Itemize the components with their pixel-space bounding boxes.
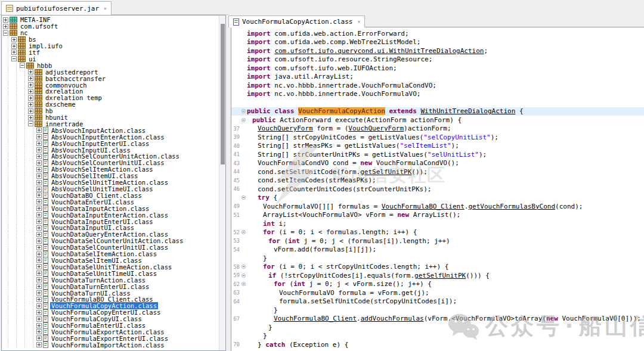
expand-icon[interactable]: [3, 24, 8, 29]
collapse-icon[interactable]: [3, 30, 8, 36]
tree-item[interactable]: AbsVouchSelUnitTimeAction.class: [3, 179, 225, 186]
expand-icon[interactable]: [36, 160, 42, 166]
fold-collapse-icon[interactable]: [240, 109, 247, 113]
jar-tab[interactable]: pubiufoiufoserver.jar ✕: [1, 1, 112, 15]
expand-icon[interactable]: [36, 128, 42, 133]
tree-item[interactable]: VouchDataSelUnitTimeAction.class: [3, 263, 225, 270]
code-link[interactable]: com.ufsoft.iufo.querycond.ui.WithUnitTre…: [274, 47, 484, 55]
tree-item[interactable]: AbsVouchSelCounterUnitUI.class: [3, 160, 225, 166]
expand-icon[interactable]: [28, 89, 33, 94]
expand-icon[interactable]: [11, 49, 17, 55]
expand-icon[interactable]: [36, 199, 42, 204]
tree-item[interactable]: VouchDataTurnUI.class: [3, 290, 225, 296]
tree-item[interactable]: commonvouch: [3, 82, 225, 88]
tree-item[interactable]: impl.iufo: [3, 43, 225, 49]
expand-icon[interactable]: [36, 141, 42, 146]
tree-scrollbar-thumb[interactable]: [221, 24, 225, 164]
tree-item[interactable]: VouchFormulaImportAction.class: [3, 341, 225, 348]
tree-item[interactable]: VouchDataBO_Client.class: [3, 192, 225, 198]
fold-collapse-icon[interactable]: [240, 274, 247, 278]
tree-item[interactable]: ui: [3, 55, 225, 62]
tree-item[interactable]: VouchDataSelItemAction.class: [3, 251, 225, 257]
tree-scrollbar[interactable]: [219, 15, 225, 350]
expand-icon[interactable]: [36, 290, 42, 296]
expand-icon[interactable]: [36, 154, 42, 159]
expand-icon[interactable]: [36, 297, 42, 302]
expand-icon[interactable]: [36, 232, 42, 237]
tree-item[interactable]: VouchDataEnterUI.class: [3, 198, 225, 205]
fold-collapse-icon[interactable]: [240, 118, 247, 122]
expand-icon[interactable]: [11, 37, 17, 42]
expand-icon[interactable]: [36, 336, 42, 341]
tree-item[interactable]: VouchDataSelCounterUnitUI.class: [3, 244, 225, 251]
code-link[interactable]: VouchFormulaBO_Client: [382, 203, 465, 210]
expand-icon[interactable]: [36, 147, 42, 153]
expand-icon[interactable]: [28, 76, 33, 81]
expand-icon[interactable]: [36, 238, 42, 244]
fold-collapse-icon[interactable]: [240, 282, 247, 286]
tree-item[interactable]: itf: [3, 49, 225, 56]
expand-icon[interactable]: [36, 206, 42, 211]
tree-item[interactable]: VouchFormulaBO_Client.class: [3, 296, 225, 303]
expand-icon[interactable]: [28, 108, 33, 114]
expand-icon[interactable]: [36, 251, 42, 257]
expand-icon[interactable]: [36, 323, 42, 328]
tree-item[interactable]: VouchDataInputAction.class: [3, 205, 225, 212]
tree-item[interactable]: VouchDataSelUnitTimeUI.class: [3, 270, 225, 277]
code-link[interactable]: VouchFormulaBO_Client: [274, 315, 357, 322]
code-link[interactable]: getSelfUnitPK: [414, 272, 466, 279]
expand-icon[interactable]: [36, 173, 42, 179]
expand-icon[interactable]: [11, 44, 17, 49]
expand-icon[interactable]: [28, 115, 33, 120]
expand-icon[interactable]: [28, 82, 33, 88]
expand-icon[interactable]: [36, 245, 42, 250]
tree-item[interactable]: VouchDataSelCounterUnitAction.class: [3, 238, 225, 244]
editor-tab[interactable]: VouchFormulaCopyAction.class ✕: [228, 15, 365, 27]
tree-item[interactable]: AbsVouchInputEnterUI.class: [3, 140, 225, 147]
expand-icon[interactable]: [36, 212, 42, 218]
code-link[interactable]: getSelfUnitPK: [360, 168, 411, 176]
expand-icon[interactable]: [36, 342, 42, 347]
tree-item[interactable]: AbsVouchSelItemUI.class: [3, 173, 225, 179]
tree-item[interactable]: VouchFormulaCopyUI.class: [3, 316, 225, 322]
tree-item[interactable]: bs: [3, 36, 225, 43]
expand-icon[interactable]: [36, 329, 42, 334]
code-editor[interactable]: import com.ufida.web.action.ErrorForward…: [231, 27, 644, 351]
tree-item[interactable]: batchacctransfer: [3, 75, 225, 82]
tree-item[interactable]: AbsVouchInputEnterAction.class: [3, 133, 225, 140]
fold-collapse-icon[interactable]: [240, 195, 247, 200]
tree-item[interactable]: AbsVouchSelUnitTimeUI.class: [3, 186, 225, 192]
expand-icon[interactable]: [36, 167, 42, 172]
code-link[interactable]: getVouchFormulasByCond: [468, 203, 555, 210]
expand-icon[interactable]: [3, 17, 8, 23]
fold-collapse-icon[interactable]: [240, 230, 247, 234]
expand-icon[interactable]: [36, 316, 42, 322]
tree-item[interactable]: VouchFormulaExportEnterUI.class: [3, 335, 225, 341]
tree-item[interactable]: hb: [3, 108, 225, 114]
tree-item[interactable]: dxrelation temp: [3, 95, 225, 101]
tree-item[interactable]: VouchFormulaEnterUI.class: [3, 322, 225, 329]
tree-item[interactable]: VouchDataInputEnterUI.class: [3, 218, 225, 225]
expand-icon[interactable]: [36, 192, 42, 198]
close-icon[interactable]: ✕: [357, 19, 360, 24]
expand-icon[interactable]: [36, 277, 42, 282]
tree-item[interactable]: VouchFormulaCopyEnterUI.class: [3, 309, 225, 316]
expand-icon[interactable]: [36, 310, 42, 315]
tree-item[interactable]: innertrade: [3, 121, 225, 128]
tree-item[interactable]: VouchDataTurnAction.class: [3, 277, 225, 283]
expand-icon[interactable]: [36, 303, 42, 309]
tree-item[interactable]: VouchDataInputUI.class: [3, 225, 225, 231]
fold-collapse-icon[interactable]: [240, 265, 247, 269]
tree-item[interactable]: AbsVouchInputUI.class: [3, 147, 225, 153]
tree-item[interactable]: AbsVouchSelCounterUnitAction.class: [3, 153, 225, 160]
expand-icon[interactable]: [36, 219, 42, 224]
expand-icon[interactable]: [36, 264, 42, 269]
tree-item[interactable]: VouchDataInputEnterAction.class: [3, 212, 225, 218]
code-link[interactable]: VouchQueryForm: [348, 125, 404, 132]
expand-icon[interactable]: [36, 134, 42, 139]
tree-item[interactable]: VouchDataQueryEnterAction.class: [3, 231, 225, 238]
tree-item[interactable]: dxscheme: [3, 101, 225, 108]
expand-icon[interactable]: [36, 271, 42, 276]
collapse-icon[interactable]: [28, 121, 33, 126]
tree-item[interactable]: VouchDataTurnEnterUI.class: [3, 283, 225, 290]
